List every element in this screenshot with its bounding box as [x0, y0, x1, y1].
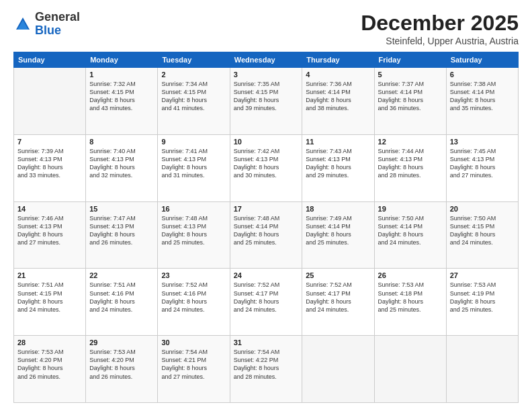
cell-line: Daylight: 8 hours [234, 230, 299, 238]
cell-line: Sunset: 4:14 PM [450, 88, 515, 96]
calendar-cell: 18Sunrise: 7:49 AMSunset: 4:14 PMDayligh… [302, 201, 374, 269]
day-number: 25 [306, 271, 370, 279]
cell-line: Daylight: 8 hours [306, 96, 370, 104]
calendar-cell: 26Sunrise: 7:53 AMSunset: 4:18 PMDayligh… [374, 269, 446, 336]
cell-line: Sunrise: 7:44 AM [378, 147, 443, 155]
weekday-header-thursday: Thursday [302, 52, 374, 68]
day-number: 9 [161, 138, 226, 146]
calendar-cell: 6Sunrise: 7:38 AMSunset: 4:14 PMDaylight… [446, 68, 518, 135]
calendar-cell: 21Sunrise: 7:51 AMSunset: 4:15 PMDayligh… [14, 269, 86, 336]
cell-text: Sunrise: 7:47 AMSunset: 4:13 PMDaylight:… [89, 214, 154, 247]
cell-line: and 25 minutes. [378, 306, 443, 314]
cell-text: Sunrise: 7:50 AMSunset: 4:14 PMDaylight:… [378, 214, 443, 247]
calendar-cell: 7Sunrise: 7:39 AMSunset: 4:13 PMDaylight… [14, 134, 86, 201]
cell-text: Sunrise: 7:51 AMSunset: 4:16 PMDaylight:… [89, 281, 154, 314]
cell-text: Sunrise: 7:53 AMSunset: 4:19 PMDaylight:… [450, 281, 515, 314]
calendar-cell: 8Sunrise: 7:40 AMSunset: 4:13 PMDaylight… [86, 134, 158, 201]
cell-text: Sunrise: 7:34 AMSunset: 4:15 PMDaylight:… [161, 80, 226, 113]
calendar-cell: 17Sunrise: 7:48 AMSunset: 4:14 PMDayligh… [230, 201, 302, 269]
calendar-cell: 14Sunrise: 7:46 AMSunset: 4:13 PMDayligh… [14, 201, 86, 269]
cell-text: Sunrise: 7:38 AMSunset: 4:14 PMDaylight:… [450, 80, 515, 113]
cell-text: Sunrise: 7:46 AMSunset: 4:13 PMDaylight:… [17, 214, 82, 247]
calendar-cell [14, 68, 86, 135]
cell-line: Sunrise: 7:45 AM [450, 147, 515, 155]
cell-line: Sunrise: 7:52 AM [306, 281, 370, 289]
logo-general: General [35, 11, 80, 24]
header: General Blue December 2025 Steinfeld, Up… [13, 11, 519, 46]
cell-text: Sunrise: 7:40 AMSunset: 4:13 PMDaylight:… [89, 147, 154, 180]
day-number: 21 [17, 271, 82, 279]
cell-line: Sunrise: 7:34 AM [161, 80, 226, 88]
day-number: 6 [450, 71, 515, 79]
cell-line: and 27 minutes. [161, 373, 226, 381]
cell-text: Sunrise: 7:39 AMSunset: 4:13 PMDaylight:… [17, 147, 82, 180]
cell-line: Sunset: 4:21 PM [161, 356, 226, 364]
day-number: 22 [89, 271, 154, 279]
cell-line: and 26 minutes. [89, 238, 154, 246]
cell-line: Daylight: 8 hours [89, 298, 154, 306]
cell-line: Sunrise: 7:50 AM [450, 214, 515, 222]
cell-line: Sunset: 4:20 PM [89, 356, 154, 364]
cell-line: Sunrise: 7:53 AM [17, 348, 82, 356]
calendar-table: SundayMondayTuesdayWednesdayThursdayFrid… [13, 52, 519, 403]
day-number: 14 [17, 205, 82, 213]
calendar-cell: 22Sunrise: 7:51 AMSunset: 4:16 PMDayligh… [86, 269, 158, 336]
day-number: 29 [89, 338, 154, 347]
cell-line: Sunset: 4:14 PM [378, 88, 443, 96]
calendar-cell: 30Sunrise: 7:54 AMSunset: 4:21 PMDayligh… [158, 336, 230, 403]
cell-line: Daylight: 8 hours [378, 96, 443, 104]
weekday-header-monday: Monday [86, 52, 158, 68]
cell-line: Sunset: 4:13 PM [161, 155, 226, 163]
cell-line: Sunset: 4:19 PM [450, 289, 515, 298]
calendar-cell: 11Sunrise: 7:43 AMSunset: 4:13 PMDayligh… [302, 134, 374, 201]
day-number: 10 [234, 138, 299, 146]
cell-line: Sunset: 4:13 PM [89, 155, 154, 163]
cell-line: Sunrise: 7:42 AM [234, 147, 299, 155]
cell-line: Daylight: 8 hours [450, 230, 515, 238]
location: Steinfeld, Upper Austria, Austria [361, 36, 519, 46]
calendar-cell: 16Sunrise: 7:48 AMSunset: 4:13 PMDayligh… [158, 201, 230, 269]
cell-line: Daylight: 8 hours [17, 298, 82, 306]
cell-text: Sunrise: 7:51 AMSunset: 4:15 PMDaylight:… [17, 281, 82, 314]
cell-line: and 25 minutes. [161, 238, 226, 246]
day-number: 5 [378, 71, 443, 79]
cell-text: Sunrise: 7:36 AMSunset: 4:14 PMDaylight:… [306, 80, 370, 113]
calendar-cell [374, 336, 446, 403]
cell-line: and 24 minutes. [89, 306, 154, 314]
cell-text: Sunrise: 7:53 AMSunset: 4:20 PMDaylight:… [89, 348, 154, 381]
day-number: 26 [378, 271, 443, 279]
cell-line: Sunset: 4:15 PM [234, 88, 299, 96]
cell-line: Daylight: 8 hours [89, 364, 154, 372]
logo-blue: Blue [35, 24, 80, 38]
cell-line: Sunset: 4:13 PM [306, 155, 370, 163]
cell-line: Sunrise: 7:50 AM [378, 214, 443, 222]
calendar-cell: 20Sunrise: 7:50 AMSunset: 4:15 PMDayligh… [446, 201, 518, 269]
calendar-cell: 31Sunrise: 7:54 AMSunset: 4:22 PMDayligh… [230, 336, 302, 403]
calendar-cell: 3Sunrise: 7:35 AMSunset: 4:15 PMDaylight… [230, 68, 302, 135]
logo: General Blue [13, 11, 80, 38]
cell-line: Daylight: 8 hours [234, 364, 299, 372]
cell-line: Sunrise: 7:48 AM [234, 214, 299, 222]
cell-line: Sunset: 4:15 PM [161, 88, 226, 96]
cell-line: Sunrise: 7:43 AM [306, 147, 370, 155]
day-number: 31 [234, 338, 299, 347]
cell-line: Daylight: 8 hours [378, 230, 443, 238]
cell-line: and 25 minutes. [306, 238, 370, 246]
weekday-header-sunday: Sunday [14, 52, 86, 68]
day-number: 1 [89, 71, 154, 79]
cell-line: Daylight: 8 hours [17, 163, 82, 171]
cell-line: and 25 minutes. [450, 306, 515, 314]
day-number: 11 [306, 138, 370, 146]
cell-line: and 36 minutes. [378, 104, 443, 112]
cell-text: Sunrise: 7:45 AMSunset: 4:13 PMDaylight:… [450, 147, 515, 180]
cell-line: and 32 minutes. [89, 171, 154, 179]
day-number: 19 [378, 205, 443, 213]
cell-line: Sunset: 4:16 PM [89, 289, 154, 298]
cell-line: Sunrise: 7:36 AM [306, 80, 370, 88]
day-number: 28 [17, 338, 82, 347]
cell-line: Sunset: 4:17 PM [234, 289, 299, 298]
cell-line: Sunset: 4:13 PM [17, 155, 82, 163]
weekday-header-saturday: Saturday [446, 52, 518, 68]
calendar-cell: 15Sunrise: 7:47 AMSunset: 4:13 PMDayligh… [86, 201, 158, 269]
cell-text: Sunrise: 7:52 AMSunset: 4:17 PMDaylight:… [306, 281, 370, 314]
